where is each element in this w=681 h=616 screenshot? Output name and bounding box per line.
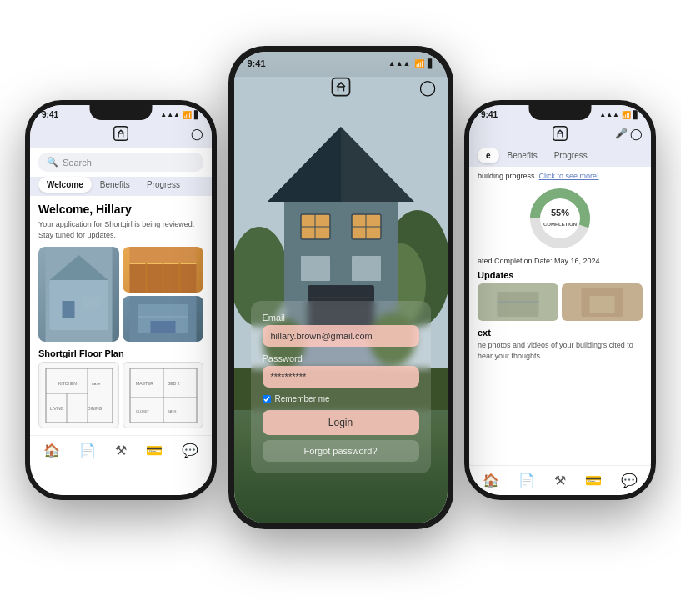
svg-rect-43 [590, 296, 615, 313]
left-photo-3 [123, 296, 203, 342]
center-battery-icon: ▋ [428, 59, 434, 68]
svg-text:55%: 55% [551, 208, 569, 218]
center-login-form: Email hillary.brown@gmail.com Password *… [251, 301, 431, 473]
left-battery-icon: ▋ [194, 111, 200, 119]
left-nav-wrench[interactable]: ⚒ [115, 443, 127, 458]
svg-rect-16 [42, 364, 117, 427]
left-nav-home[interactable]: 🏠 [43, 443, 60, 458]
right-mic-icon[interactable]: 🎤 [615, 128, 628, 139]
left-nav-card[interactable]: 💳 [146, 443, 163, 458]
left-nav-doc[interactable]: 📄 [79, 443, 96, 458]
center-login-bg: 9:41 ▲▲▲ 📶 ▋ ◯ [234, 52, 448, 523]
left-photo-2 [123, 247, 203, 293]
right-nav-chat[interactable]: 💬 [621, 473, 638, 488]
left-tab-welcome[interactable]: Welcome [38, 177, 92, 193]
left-welcome-text: Your application for Shortgirl is being … [38, 219, 203, 240]
left-phone-notch [90, 105, 153, 120]
center-email-label: Email [263, 313, 419, 323]
left-time: 9:41 [42, 110, 58, 119]
right-donut-container: 55% COMPLETION [478, 185, 643, 252]
construction-photo-svg-3 [123, 296, 203, 342]
svg-rect-39 [498, 292, 539, 317]
left-tab-benefits[interactable]: Benefits [92, 177, 138, 193]
left-tabs: Welcome Benefits Progress [30, 177, 212, 196]
center-password-input[interactable]: ********** [263, 366, 419, 388]
left-signal: ▲▲▲ [160, 111, 180, 118]
svg-text:BATH: BATH [92, 382, 100, 386]
center-signal-group: ▲▲▲ 📶 ▋ [388, 59, 434, 68]
left-bottom-nav: 🏠 📄 ⚒ 💳 💬 [30, 435, 212, 465]
right-profile-icon[interactable]: ◯ [630, 128, 643, 140]
right-phone-screen: 9:41 ▲▲▲ 📶 ▋ 🎤 ◯ e Benefi [469, 105, 651, 495]
center-password-label: Password [263, 353, 419, 363]
svg-rect-5 [83, 297, 100, 309]
left-search-bar[interactable]: 🔍 Search [38, 153, 203, 172]
center-remember-checkbox[interactable] [263, 395, 271, 403]
svg-text:BED 2: BED 2 [168, 381, 180, 386]
construction-photo-svg-1 [38, 247, 119, 342]
center-wifi-icon: 📶 [414, 59, 424, 68]
svg-text:COMPLETION: COMPLETION [543, 222, 577, 227]
right-logo-icon [551, 124, 569, 143]
right-nav-wrench[interactable]: ⚒ [554, 473, 566, 488]
right-nav-home[interactable]: 🏠 [483, 473, 499, 488]
right-phone: 9:41 ▲▲▲ 📶 ▋ 🎤 ◯ e Benefi [464, 100, 656, 500]
svg-text:DINING: DINING [88, 406, 103, 411]
center-forgot-button[interactable]: Forgot password? [263, 440, 419, 462]
svg-rect-4 [63, 301, 75, 318]
left-floor-plan-1: KITCHEN BATH LIVING DINING [38, 362, 119, 428]
construction-photo-svg-2 [123, 247, 203, 293]
center-profile-icon[interactable]: ◯ [419, 78, 436, 97]
right-see-more-link[interactable]: Click to see more! [539, 172, 599, 180]
center-phone-screen: 9:41 ▲▲▲ 📶 ▋ ◯ [234, 52, 448, 523]
right-tabs: e Benefits Progress [469, 148, 651, 167]
center-time: 9:41 [248, 58, 266, 68]
left-floor-plan-2: MASTER BED 2 CLOSET BATH [123, 362, 203, 428]
floor-plan-svg-1: KITCHEN BATH LIVING DINING [42, 364, 117, 427]
right-updates-title: Updates [478, 270, 643, 280]
left-nav-chat[interactable]: 💬 [182, 443, 198, 458]
right-nav-card[interactable]: 💳 [585, 473, 602, 488]
right-battery-icon: ▋ [633, 111, 639, 119]
center-remember-label: Remember me [275, 394, 330, 403]
right-time: 9:41 [481, 110, 498, 119]
left-profile-icon[interactable]: ◯ [191, 128, 203, 140]
center-logo-container [329, 75, 353, 102]
right-donut-chart: 55% COMPLETION [527, 185, 593, 252]
svg-rect-60 [352, 256, 381, 281]
left-floor-plan-title: Shortgirl Floor Plan [38, 348, 203, 358]
center-email-input[interactable]: hillary.brown@gmail.com [263, 325, 419, 347]
svg-text:KITCHEN: KITCHEN [58, 381, 77, 386]
right-tab-benefits[interactable]: Benefits [499, 148, 546, 163]
svg-text:BATH: BATH [168, 409, 176, 413]
svg-text:LIVING: LIVING [50, 406, 64, 411]
center-login-button[interactable]: Login [263, 410, 419, 435]
right-next-title: ext [478, 328, 643, 338]
floor-plan-svg-2: MASTER BED 2 CLOSET BATH [126, 364, 201, 427]
right-signal-icons: ▲▲▲ 📶 ▋ [599, 111, 639, 119]
center-logo-icon [329, 75, 353, 98]
svg-text:CLOSET: CLOSET [136, 409, 150, 413]
update-photo-svg-2 [562, 283, 643, 321]
right-wifi-icon: 📶 [622, 111, 631, 119]
left-floor-plan-container: KITCHEN BATH LIVING DINING MASTER [38, 362, 203, 428]
left-welcome-title: Welcome, Hillary [38, 203, 203, 216]
svg-rect-15 [151, 321, 176, 333]
left-photo-grid [38, 247, 203, 342]
left-content: Welcome, Hillary Your application for Sh… [30, 196, 212, 435]
right-tab-progress[interactable]: Progress [546, 148, 596, 163]
scene: 9:41 ▲▲▲ 📶 ▋ ◯ 🔍 Search [0, 0, 681, 616]
right-update-photos [478, 283, 643, 321]
left-search-placeholder: Search [63, 158, 92, 168]
right-nav-doc[interactable]: 📄 [518, 473, 535, 488]
center-status-bar: 9:41 ▲▲▲ 📶 ▋ [234, 52, 448, 72]
left-search-icon: 🔍 [47, 157, 58, 168]
right-tab-welcome[interactable]: e [478, 148, 499, 163]
left-signal-icons: ▲▲▲ 📶 ▋ [160, 111, 200, 119]
svg-rect-59 [301, 256, 330, 281]
right-bottom-nav: 🏠 📄 ⚒ 💳 💬 [469, 465, 651, 495]
left-wifi-icon: 📶 [183, 111, 192, 119]
left-tab-progress[interactable]: Progress [138, 177, 188, 193]
right-phone-notch [529, 105, 592, 120]
right-progress-text: building progress. Click to see more! [478, 172, 643, 180]
